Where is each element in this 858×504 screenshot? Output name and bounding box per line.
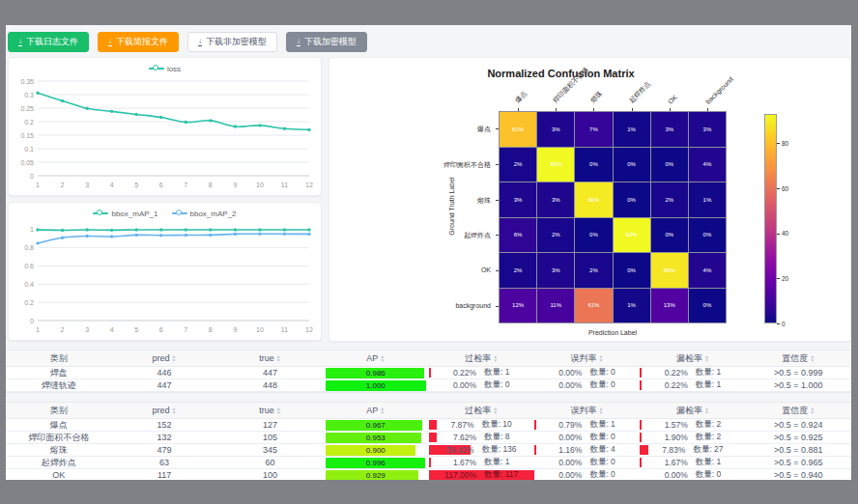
axis-tick: [707, 108, 708, 111]
sort-caret-icon[interactable]: ▲▼: [276, 354, 281, 362]
sort-caret-icon[interactable]: ▲▼: [493, 354, 498, 362]
over-rate-cell: 39.42%数量: 136: [429, 444, 534, 456]
matrix-row-label: background: [375, 302, 491, 309]
svg-text:1: 1: [36, 326, 40, 333]
rate-value: 1.16%: [558, 445, 582, 455]
sort-caret-icon[interactable]: ▲▼: [380, 406, 385, 414]
column-header-6[interactable]: 漏检率▲▼: [640, 403, 745, 418]
legend-mark-icon: [149, 65, 164, 72]
legend-item-bbox_mAP_2[interactable]: bbox_mAP_2: [172, 210, 237, 218]
matrix-col-label: background: [704, 75, 734, 105]
colorbar-tick-label: 0: [782, 321, 786, 327]
sort-caret-icon[interactable]: ▲▼: [704, 406, 709, 414]
matrix-cell: 0%: [651, 218, 688, 253]
sort-caret-icon[interactable]: ▲▼: [276, 406, 281, 414]
sort-caret-icon[interactable]: ▲▼: [172, 354, 177, 362]
matrix-cell: 0%: [614, 182, 650, 217]
svg-text:0: 0: [30, 173, 34, 180]
matrix-cell: 0%: [651, 148, 688, 182]
svg-text:1: 1: [30, 226, 34, 233]
over-rate-cell: 1.67%数量: 1: [429, 457, 534, 468]
sort-caret-icon[interactable]: ▲▼: [172, 406, 177, 414]
column-header-3[interactable]: AP▲▼: [323, 350, 428, 366]
sort-caret-icon[interactable]: ▲▼: [493, 406, 498, 414]
true-cell: 345: [217, 444, 323, 456]
column-header-3[interactable]: AP▲▼: [323, 403, 428, 418]
matrix-cell: 7%: [575, 112, 612, 147]
axis-tick: [496, 306, 499, 307]
matrix-cell: 93%: [614, 218, 650, 253]
column-header-0: 类别: [6, 350, 111, 366]
sort-caret-icon[interactable]: ▲▼: [599, 354, 604, 362]
download-unencrypted-model-button[interactable]: ↓ 下载非加密模型: [187, 32, 277, 52]
column-header-1[interactable]: pred▲▼: [111, 403, 216, 418]
rate-count: 数量: 27: [693, 444, 723, 456]
sort-caret-icon[interactable]: ▲▼: [810, 354, 815, 362]
rate-count: 数量: 0: [589, 457, 615, 468]
legend-item-bbox_mAP_1[interactable]: bbox_mAP_1: [93, 210, 157, 218]
matrix-cell: 0%: [614, 148, 650, 182]
confidence-cell: >0.5 = 1.000: [746, 379, 851, 391]
svg-text:0: 0: [30, 318, 34, 324]
svg-text:6: 6: [159, 182, 163, 188]
axis-tick: [593, 108, 594, 111]
matrix-cell: 4%: [689, 253, 726, 288]
legend-mark-icon: [93, 210, 108, 217]
matrix-col-label: OK: [667, 94, 678, 105]
rate-value: 1.57%: [665, 420, 688, 430]
matrix-cell: 1%: [614, 112, 650, 147]
column-title: pred: [153, 406, 170, 415]
table-row: 起焊炸点63600.9961.67%数量: 10.00%数量: 01.67%数量…: [6, 457, 851, 469]
sort-caret-icon[interactable]: ▲▼: [380, 354, 385, 362]
matrix-col-label: 熔珠: [588, 89, 605, 105]
sort-caret-icon[interactable]: ▲▼: [599, 406, 604, 414]
ap-value: 0.953: [326, 433, 425, 443]
rate-count: 数量: 0: [589, 367, 615, 378]
ap-cell: 0.996: [323, 457, 428, 468]
matrix-col-label: 起焊炸点: [627, 79, 653, 105]
column-header-7[interactable]: 置信度▲▼: [746, 350, 851, 366]
miss-rate-cell: 1.90%数量: 2: [640, 432, 745, 443]
column-header-1[interactable]: pred▲▼: [111, 350, 216, 366]
sort-caret-icon[interactable]: ▲▼: [810, 406, 815, 414]
svg-text:0.1: 0.1: [24, 146, 34, 153]
column-header-0: 类别: [6, 403, 111, 418]
download-encrypted-model-button[interactable]: ↓ 下载加密模型: [286, 32, 367, 52]
column-header-5[interactable]: 误判率▲▼: [534, 350, 640, 366]
class-cell: 焊盘: [6, 367, 111, 378]
column-header-2[interactable]: true▲▼: [217, 403, 323, 418]
rate-count: 数量: 0: [589, 469, 615, 480]
svg-text:10: 10: [256, 182, 264, 188]
map-chart-plot: 00.20.40.60.81123456789101112: [9, 220, 321, 338]
column-header-4[interactable]: 过检率▲▼: [429, 403, 534, 418]
sort-caret-icon[interactable]: ▲▼: [704, 354, 709, 362]
column-header-6[interactable]: 漏检率▲▼: [640, 350, 745, 366]
download-log-file-button[interactable]: ↓ 下载日志文件: [8, 32, 89, 52]
rate-value: 117.00%: [444, 470, 476, 480]
column-header-7[interactable]: 置信度▲▼: [746, 403, 851, 418]
colorbar: [764, 114, 777, 323]
svg-text:9: 9: [233, 326, 237, 333]
ap-cell: 0.953: [323, 432, 428, 443]
axis-tick: [496, 270, 499, 271]
ap-cell: 0.986: [323, 367, 428, 378]
rate-value: 7.62%: [453, 433, 476, 442]
download-report-file-button[interactable]: ↓ 下载简报文件: [98, 32, 179, 52]
axis-tick: [632, 108, 633, 111]
table-header-row: 类别pred▲▼true▲▼AP▲▼过检率▲▼误判率▲▼漏检率▲▼置信度▲▼: [6, 350, 851, 367]
column-header-4[interactable]: 过检率▲▼: [429, 350, 534, 366]
class-cell: 起焊炸点: [6, 457, 111, 468]
ap-cell: 0.900: [323, 444, 428, 456]
over-rate-cell: 7.62%数量: 8: [429, 432, 534, 443]
miss-rate-cell: 0.00%数量: 0: [640, 469, 745, 480]
matrix-cell: 1%: [689, 182, 726, 217]
legend-item-loss[interactable]: loss: [149, 65, 181, 73]
class-cell: OK: [6, 469, 111, 480]
axis-tick: [556, 108, 557, 111]
miss-rate-cell: 7.83%数量: 27: [640, 444, 745, 456]
column-header-5[interactable]: 误判率▲▼: [534, 403, 640, 418]
confidence-cell: >0.5 = 0.999: [746, 367, 851, 378]
ap-value: 0.900: [326, 445, 425, 456]
column-header-2[interactable]: true▲▼: [217, 350, 323, 366]
svg-text:1: 1: [36, 182, 40, 188]
